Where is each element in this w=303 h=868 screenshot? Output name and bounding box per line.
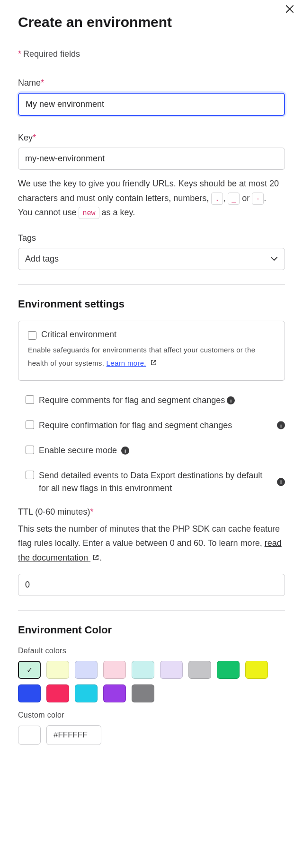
detailed-events-item: Send detailed events to Data Export dest… (26, 469, 285, 495)
secure-mode-item: Enable secure mode i (26, 444, 285, 457)
code-chip-new: new (79, 207, 99, 219)
divider (18, 610, 285, 611)
color-swatch-2[interactable] (75, 661, 98, 679)
tags-field: Tags Add tags (18, 233, 285, 270)
require-confirmation-label: Require confirmation for flag and segmen… (39, 419, 274, 432)
ttl-description: This sets the number of minutes that the… (18, 522, 285, 566)
divider (18, 284, 285, 285)
tags-select[interactable]: Add tags (18, 248, 285, 270)
critical-learn-more-link[interactable]: Learn more. (107, 359, 146, 367)
color-swatch-5[interactable] (160, 661, 183, 679)
tags-placeholder: Add tags (25, 254, 59, 264)
critical-environment-checkbox[interactable] (28, 331, 36, 340)
key-help-text: We use the key to give you friendly URLs… (18, 176, 285, 220)
require-confirmation-checkbox[interactable] (26, 421, 34, 429)
color-swatch-10[interactable] (46, 684, 69, 702)
required-fields-note: *Required fields (18, 49, 285, 59)
color-swatch-4[interactable] (132, 661, 154, 679)
code-chip-dash: - (252, 193, 264, 205)
ttl-input[interactable] (18, 574, 285, 596)
close-icon (285, 4, 294, 14)
secure-mode-label: Enable secure mode i (39, 444, 274, 457)
secure-mode-checkbox[interactable] (26, 446, 34, 454)
color-swatch-12[interactable] (103, 684, 126, 702)
critical-environment-box: Critical environment Enable safeguards f… (18, 321, 285, 381)
check-icon: ✓ (27, 666, 33, 675)
critical-environment-description: Enable safeguards for environments that … (28, 343, 275, 371)
ttl-label: TTL (0-60 minutes)* (18, 507, 285, 517)
color-swatch-3[interactable] (103, 661, 126, 679)
custom-color-swatch[interactable] (18, 726, 41, 745)
name-label: Name* (18, 78, 285, 88)
custom-color-row (18, 725, 285, 745)
color-swatch-0[interactable]: ✓ (18, 661, 41, 679)
custom-color-label: Custom color (18, 711, 285, 719)
close-button[interactable] (285, 3, 294, 16)
info-icon[interactable]: i (277, 478, 285, 486)
page-title: Create an environment (18, 14, 285, 30)
environment-settings-title: Environment settings (18, 298, 285, 310)
custom-color-hex-input[interactable] (46, 725, 101, 745)
color-swatch-13[interactable] (132, 684, 154, 702)
detailed-events-checkbox[interactable] (26, 471, 34, 479)
color-swatch-11[interactable] (75, 684, 98, 702)
require-confirmation-item: Require confirmation for flag and segmen… (26, 419, 285, 432)
tags-label: Tags (18, 233, 285, 243)
key-field: Key* We use the key to give you friendly… (18, 133, 285, 220)
ttl-field: TTL (0-60 minutes)* This sets the number… (18, 507, 285, 596)
required-star: * (18, 49, 21, 59)
color-swatch-9[interactable] (18, 684, 41, 702)
color-swatch-grid: ✓ (18, 661, 285, 702)
detailed-events-label: Send detailed events to Data Export dest… (39, 469, 274, 495)
require-comments-item: Require comments for flag and segment ch… (26, 394, 285, 407)
info-icon[interactable]: i (227, 396, 235, 404)
require-comments-checkbox[interactable] (26, 395, 34, 404)
require-comments-label: Require comments for flag and segment ch… (39, 394, 274, 407)
code-chip-dot: . (211, 193, 223, 205)
key-label: Key* (18, 133, 285, 143)
default-colors-label: Default colors (18, 647, 285, 655)
settings-checkbox-list: Require comments for flag and segment ch… (18, 394, 285, 495)
color-swatch-1[interactable] (46, 661, 69, 679)
chevron-down-icon (270, 255, 278, 263)
name-field: Name* (18, 78, 285, 116)
color-swatch-6[interactable] (188, 661, 211, 679)
environment-color-title: Environment Color (18, 624, 285, 636)
color-swatch-7[interactable] (217, 661, 240, 679)
color-swatch-8[interactable] (245, 661, 268, 679)
name-input[interactable] (18, 93, 285, 116)
critical-environment-label: Critical environment (41, 330, 116, 340)
info-icon[interactable]: i (277, 421, 285, 430)
external-link-icon (92, 551, 99, 566)
key-input[interactable] (18, 148, 285, 170)
code-chip-underscore: _ (228, 193, 240, 205)
info-icon[interactable]: i (121, 447, 129, 455)
external-link-icon (150, 357, 157, 371)
